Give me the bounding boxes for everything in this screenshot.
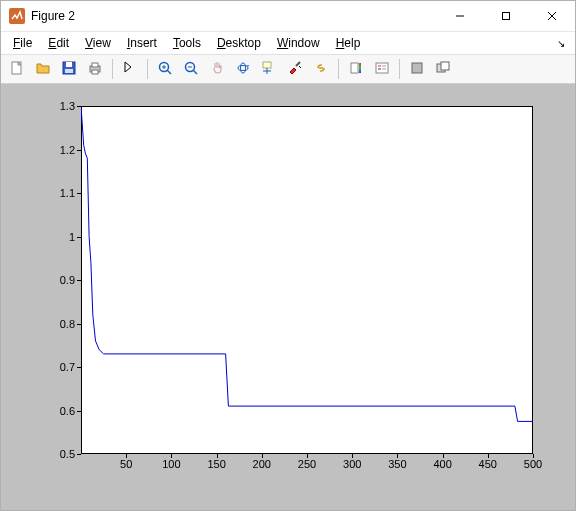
new-figure-button[interactable] bbox=[5, 57, 29, 81]
show-tools-icon bbox=[435, 60, 451, 79]
svg-line-16 bbox=[193, 70, 197, 74]
show-tools-button[interactable] bbox=[431, 57, 455, 81]
link-icon bbox=[313, 60, 329, 79]
svg-rect-35 bbox=[82, 107, 533, 454]
svg-rect-27 bbox=[376, 63, 388, 73]
menu-file[interactable]: File bbox=[5, 34, 40, 52]
menu-window[interactable]: Window bbox=[269, 34, 328, 52]
svg-rect-32 bbox=[412, 63, 422, 73]
x-tick-mark bbox=[217, 454, 218, 458]
open-file-icon bbox=[35, 60, 51, 79]
matlab-figure-icon bbox=[9, 8, 25, 24]
toolbar-separator bbox=[338, 59, 339, 79]
svg-rect-9 bbox=[92, 63, 98, 67]
x-tick-mark bbox=[488, 454, 489, 458]
edit-plot-icon bbox=[122, 60, 138, 79]
x-tick-mark bbox=[443, 454, 444, 458]
svg-rect-1 bbox=[503, 13, 510, 20]
save-figure-icon bbox=[61, 60, 77, 79]
svg-rect-26 bbox=[359, 63, 361, 73]
print-figure-button[interactable] bbox=[83, 57, 107, 81]
new-figure-icon bbox=[9, 60, 25, 79]
svg-rect-34 bbox=[441, 62, 449, 70]
print-figure-icon bbox=[87, 60, 103, 79]
menu-insert[interactable]: Insert bbox=[119, 34, 165, 52]
brush-button[interactable] bbox=[283, 57, 307, 81]
menu-tools[interactable]: Tools bbox=[165, 34, 209, 52]
data-cursor-icon bbox=[261, 60, 277, 79]
rotate-3d-icon bbox=[235, 60, 251, 79]
menu-edit[interactable]: Edit bbox=[40, 34, 77, 52]
window-title: Figure 2 bbox=[31, 9, 437, 23]
pan-button[interactable] bbox=[205, 57, 229, 81]
svg-line-23 bbox=[296, 62, 300, 66]
dock-icon[interactable]: ↘ bbox=[557, 38, 565, 49]
insert-legend-icon bbox=[374, 60, 390, 79]
svg-rect-6 bbox=[66, 62, 72, 67]
menu-help[interactable]: Help bbox=[328, 34, 369, 52]
figure-window: Figure 2 FileEditViewInsertToolsDesktopW… bbox=[0, 0, 576, 511]
svg-rect-10 bbox=[92, 70, 98, 74]
zoom-out-icon bbox=[183, 60, 199, 79]
hide-tools-button[interactable] bbox=[405, 57, 429, 81]
open-file-button[interactable] bbox=[31, 57, 55, 81]
line-series bbox=[81, 106, 533, 421]
close-button[interactable] bbox=[529, 1, 575, 31]
svg-rect-25 bbox=[351, 63, 358, 73]
x-tick-mark bbox=[262, 454, 263, 458]
svg-point-18 bbox=[238, 65, 248, 70]
menu-view[interactable]: View bbox=[77, 34, 119, 52]
insert-legend-button[interactable] bbox=[370, 57, 394, 81]
svg-rect-20 bbox=[263, 62, 271, 68]
x-tick-mark bbox=[171, 454, 172, 458]
toolbar-separator bbox=[399, 59, 400, 79]
svg-point-19 bbox=[241, 63, 246, 73]
svg-line-12 bbox=[167, 70, 171, 74]
data-cursor-button[interactable] bbox=[257, 57, 281, 81]
save-figure-button[interactable] bbox=[57, 57, 81, 81]
hide-tools-icon bbox=[409, 60, 425, 79]
pan-icon bbox=[209, 60, 225, 79]
x-tick-mark bbox=[397, 454, 398, 458]
toolbar-separator bbox=[147, 59, 148, 79]
y-tick-mark bbox=[77, 454, 81, 455]
menu-desktop[interactable]: Desktop bbox=[209, 34, 269, 52]
x-tick-mark bbox=[352, 454, 353, 458]
insert-colorbar-button[interactable] bbox=[344, 57, 368, 81]
edit-plot-button[interactable] bbox=[118, 57, 142, 81]
rotate-3d-button[interactable] bbox=[231, 57, 255, 81]
x-tick-mark bbox=[307, 454, 308, 458]
menubar: FileEditViewInsertToolsDesktopWindowHelp… bbox=[1, 32, 575, 55]
zoom-in-icon bbox=[157, 60, 173, 79]
zoom-out-button[interactable] bbox=[179, 57, 203, 81]
figure-canvas: 0.50.60.70.80.911.11.21.3501001502002503… bbox=[1, 84, 575, 510]
svg-rect-7 bbox=[65, 69, 73, 73]
x-tick-mark bbox=[126, 454, 127, 458]
plot-area bbox=[81, 106, 533, 454]
maximize-button[interactable] bbox=[483, 1, 529, 31]
axes[interactable]: 0.50.60.70.80.911.11.21.3501001502002503… bbox=[81, 106, 533, 454]
toolbar-separator bbox=[112, 59, 113, 79]
figure-toolbar bbox=[1, 55, 575, 84]
link-button[interactable] bbox=[309, 57, 333, 81]
brush-icon bbox=[287, 60, 303, 79]
x-tick-mark bbox=[533, 454, 534, 458]
insert-colorbar-icon bbox=[348, 60, 364, 79]
titlebar: Figure 2 bbox=[1, 1, 575, 32]
minimize-button[interactable] bbox=[437, 1, 483, 31]
zoom-in-button[interactable] bbox=[153, 57, 177, 81]
